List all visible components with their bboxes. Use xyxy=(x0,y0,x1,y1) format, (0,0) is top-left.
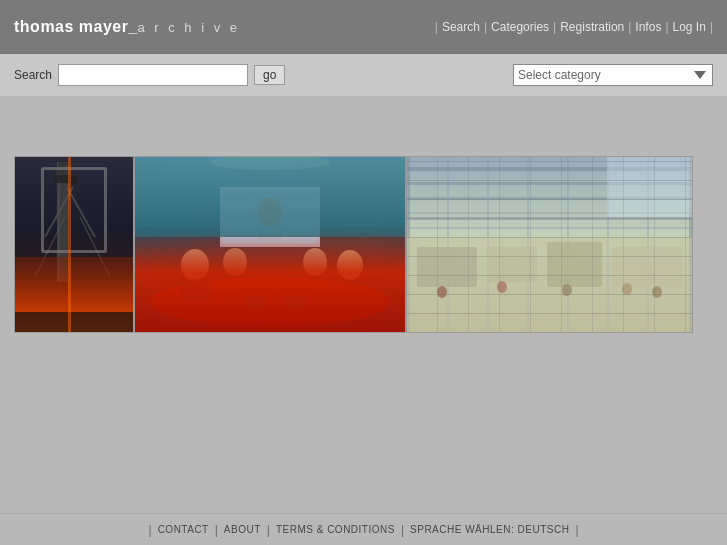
search-label: Search xyxy=(14,68,52,82)
svg-rect-14 xyxy=(223,190,317,244)
logo-archive: a r c h i v e xyxy=(137,20,240,35)
svg-point-22 xyxy=(337,250,363,280)
svg-rect-40 xyxy=(417,247,477,287)
svg-point-21 xyxy=(303,248,327,276)
svg-rect-31 xyxy=(407,157,410,332)
logo-underscore: _ xyxy=(129,18,138,36)
nav-separator: | xyxy=(628,20,631,34)
nav-categories-link[interactable]: Categories xyxy=(491,20,549,34)
svg-rect-36 xyxy=(607,157,609,332)
nav-infos-link[interactable]: Infos xyxy=(635,20,661,34)
photo-conference-room xyxy=(135,157,405,332)
svg-line-5 xyxy=(45,187,73,237)
top-nav: | Search | Categories | Registration | I… xyxy=(431,20,717,34)
go-button[interactable]: go xyxy=(254,65,285,85)
nav-separator: | xyxy=(553,20,556,34)
search-bar: Search go Select category Architecture I… xyxy=(0,54,727,96)
svg-rect-51 xyxy=(607,157,692,217)
search-left: Search go xyxy=(14,64,285,86)
svg-point-44 xyxy=(437,286,447,298)
nav-separator: | xyxy=(435,20,438,34)
svg-rect-39 xyxy=(407,237,692,332)
nav-separator-end: | xyxy=(710,20,713,34)
logo-main: thomas mayer xyxy=(14,18,129,36)
search-input[interactable] xyxy=(58,64,248,86)
footer-terms-link[interactable]: TERMS & CONDITIONS xyxy=(276,524,395,535)
svg-rect-19 xyxy=(181,279,209,299)
nav-separator: | xyxy=(665,20,668,34)
content-area xyxy=(0,96,727,513)
svg-rect-38 xyxy=(689,157,692,332)
footer-language-link[interactable]: SPRACHE WÄHLEN: DEUTSCH xyxy=(410,524,569,535)
svg-rect-33 xyxy=(487,157,489,332)
header: thomas mayer_a r c h i v e | Search | Ca… xyxy=(0,0,727,54)
footer-contact-link[interactable]: CONTACT xyxy=(158,524,209,535)
svg-point-48 xyxy=(652,286,662,298)
svg-rect-43 xyxy=(612,247,682,287)
svg-point-45 xyxy=(497,281,507,293)
photo-3-svg xyxy=(407,157,692,332)
svg-rect-42 xyxy=(547,242,602,287)
svg-point-17 xyxy=(150,277,390,327)
photo-1-svg xyxy=(15,157,133,332)
nav-login-link[interactable]: Log In xyxy=(673,20,706,34)
svg-rect-12 xyxy=(135,227,405,332)
footer: | CONTACT | ABOUT | TERMS & CONDITIONS |… xyxy=(0,513,727,545)
category-select-wrapper: Select category Architecture Industry Ev… xyxy=(513,64,713,86)
photo-item-2[interactable] xyxy=(134,156,406,333)
svg-point-47 xyxy=(622,283,632,295)
svg-line-6 xyxy=(67,187,95,237)
photo-item-1[interactable] xyxy=(14,156,134,333)
nav-search-link[interactable]: Search xyxy=(442,20,480,34)
footer-sep-1: | xyxy=(215,523,218,537)
svg-rect-24 xyxy=(285,295,305,307)
svg-rect-50 xyxy=(407,227,692,229)
svg-point-20 xyxy=(223,248,247,276)
svg-rect-27 xyxy=(407,167,692,171)
svg-rect-13 xyxy=(220,187,320,247)
svg-point-46 xyxy=(562,284,572,296)
svg-rect-29 xyxy=(407,197,692,200)
svg-point-25 xyxy=(210,157,330,170)
footer-sep-start: | xyxy=(149,523,152,537)
svg-point-15 xyxy=(258,198,282,226)
photo-industrial-tower xyxy=(15,157,133,332)
footer-about-link[interactable]: ABOUT xyxy=(224,524,261,535)
nav-separator: | xyxy=(484,20,487,34)
footer-sep-2: | xyxy=(267,523,270,537)
svg-rect-23 xyxy=(245,295,265,307)
svg-rect-11 xyxy=(135,157,405,227)
page: thomas mayer_a r c h i v e | Search | Ca… xyxy=(0,0,727,545)
svg-rect-26 xyxy=(407,157,692,332)
svg-rect-41 xyxy=(487,247,537,282)
photo-2-svg xyxy=(135,157,405,332)
svg-rect-4 xyxy=(53,175,77,183)
svg-rect-16 xyxy=(258,225,282,240)
svg-rect-30 xyxy=(407,212,692,214)
photo-gallery xyxy=(14,156,693,333)
svg-rect-28 xyxy=(407,182,692,185)
category-select[interactable]: Select category Architecture Industry Ev… xyxy=(513,64,713,86)
logo: thomas mayer_a r c h i v e xyxy=(14,18,240,36)
svg-point-18 xyxy=(181,249,209,281)
svg-rect-37 xyxy=(647,157,649,332)
svg-rect-49 xyxy=(407,217,692,220)
svg-rect-10 xyxy=(15,312,133,332)
footer-sep-end: | xyxy=(575,523,578,537)
photo-item-3[interactable] xyxy=(406,156,693,333)
photo-factory-floor xyxy=(407,157,692,332)
svg-rect-32 xyxy=(447,157,449,332)
svg-rect-35 xyxy=(567,157,569,332)
footer-sep-3: | xyxy=(401,523,404,537)
nav-registration-link[interactable]: Registration xyxy=(560,20,624,34)
svg-rect-34 xyxy=(527,157,529,332)
